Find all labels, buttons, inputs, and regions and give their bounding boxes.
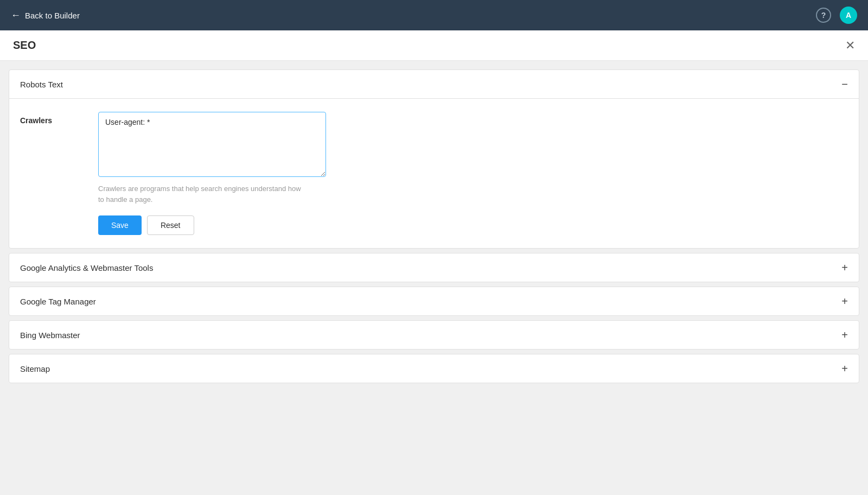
form-actions: Save Reset (98, 215, 326, 235)
help-icon[interactable]: ? (816, 8, 831, 23)
page-header: SEO ✕ (0, 30, 868, 61)
expand-icon-google-analytics: + (841, 262, 848, 273)
close-button[interactable]: ✕ (845, 40, 855, 52)
accordion-bing-webmaster: Bing Webmaster + (9, 320, 859, 350)
accordion-header-google-analytics[interactable]: Google Analytics & Webmaster Tools + (9, 253, 859, 282)
avatar[interactable]: A (840, 7, 857, 24)
accordion-header-sitemap[interactable]: Sitemap + (9, 354, 859, 383)
accordion-sitemap: Sitemap + (9, 354, 859, 383)
expand-icon-sitemap: + (841, 363, 848, 374)
crawlers-textarea[interactable] (98, 112, 326, 177)
accordion-google-analytics: Google Analytics & Webmaster Tools + (9, 253, 859, 282)
accordion-robots-text: Robots Text − Crawlers Crawlers are prog… (9, 69, 859, 249)
page-title: SEO (13, 39, 36, 52)
section-title-google-analytics: Google Analytics & Webmaster Tools (20, 263, 153, 272)
accordion-header-google-tag-manager[interactable]: Google Tag Manager + (9, 287, 859, 315)
section-title-google-tag-manager: Google Tag Manager (20, 297, 96, 306)
back-to-builder-button[interactable]: ← Back to Builder (11, 10, 80, 21)
crawlers-hint: Crawlers are programs that help search e… (98, 183, 304, 205)
nav-right: ? A (816, 7, 857, 24)
section-title-robots-text: Robots Text (20, 80, 63, 89)
accordion-header-robots-text[interactable]: Robots Text − (9, 70, 859, 98)
section-title-sitemap: Sitemap (20, 364, 50, 373)
expand-icon-google-tag-manager: + (841, 296, 848, 307)
section-title-bing-webmaster: Bing Webmaster (20, 331, 80, 340)
accordion-google-tag-manager: Google Tag Manager + (9, 287, 859, 316)
main-content: Robots Text − Crawlers Crawlers are prog… (0, 61, 868, 495)
crawlers-label: Crawlers (20, 112, 85, 125)
back-label: Back to Builder (25, 11, 80, 20)
save-button[interactable]: Save (98, 215, 142, 235)
reset-button[interactable]: Reset (147, 215, 194, 235)
accordion-body-robots-text: Crawlers Crawlers are programs that help… (9, 99, 859, 248)
crawlers-field: Crawlers are programs that help search e… (98, 112, 326, 235)
top-nav: ← Back to Builder ? A (0, 0, 868, 30)
accordion-header-bing-webmaster[interactable]: Bing Webmaster + (9, 321, 859, 349)
collapse-icon-robots-text: − (841, 79, 848, 90)
expand-icon-bing-webmaster: + (841, 329, 848, 340)
crawlers-form-row: Crawlers Crawlers are programs that help… (20, 112, 848, 235)
back-arrow-icon: ← (11, 10, 21, 21)
